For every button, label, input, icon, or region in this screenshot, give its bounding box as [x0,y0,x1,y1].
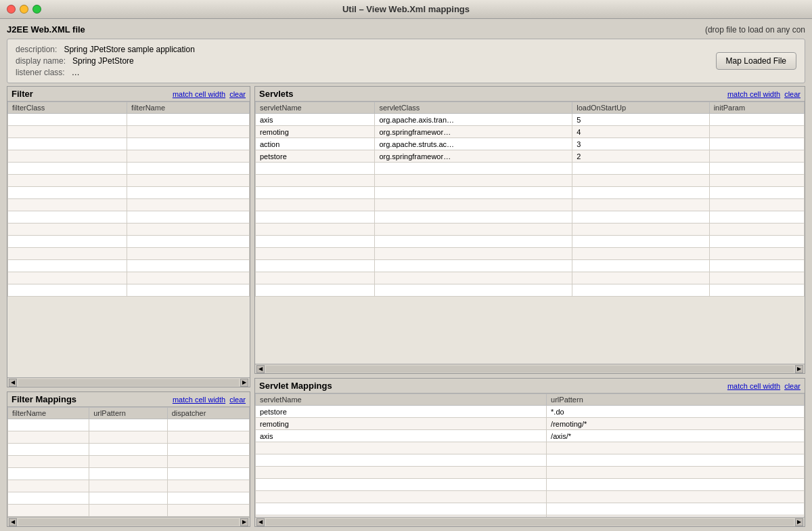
filter-scrollbar[interactable]: ◀ ▶ [7,377,250,387]
servlet-mappings-scrollbar[interactable]: ◀ ▶ [255,517,805,526]
maximize-button[interactable] [32,5,41,14]
table-row [8,211,250,224]
app-title: J2EE Web.XML file [7,24,85,35]
filter-mappings-scrollbar[interactable]: ◀ ▶ [7,517,250,526]
table-row [256,467,805,479]
display-name-row: display name: Spring JPetStore [16,56,195,66]
filter-mappings-panel-links: match cell width clear [173,396,246,404]
table-row [8,468,250,480]
servlets-header-row: servletName servletClass loadOnStartUp i… [256,102,805,114]
table-row [8,480,250,492]
table-row [256,199,805,211]
servlet-mappings-panel-title: Servlet Mappings [259,381,332,391]
filter-scroll-left[interactable]: ◀ [9,379,17,387]
minimize-button[interactable] [20,5,28,14]
filter-col-filterclass: filterClass [8,102,127,114]
servlet-mappings-panel: Servlet Mappings match cell width clear … [254,378,805,527]
sm-scroll-left[interactable]: ◀ [256,518,265,526]
filter-mappings-panel-title: Filter Mappings [12,394,76,404]
servlets-match-link[interactable]: match cell width [727,90,780,98]
filter-scroll-track[interactable] [18,379,239,386]
file-info-details: description: Spring JPetStore sample app… [16,45,195,77]
servlet-mappings-panel-links: match cell width clear [727,382,800,390]
servlet-mappings-table-container: servletName urlPattern petstore*.doremot… [255,394,805,517]
table-row [8,150,250,163]
table-row [8,199,250,211]
app-header: J2EE Web.XML file (drop file to load on … [7,23,805,36]
table-row [8,175,250,187]
table-row [8,272,250,284]
table-row [256,454,805,467]
table-row [8,505,250,517]
servlets-panel-links: match cell width clear [727,90,800,98]
srv-col-name: servletName [256,102,375,114]
filter-panel-links: match cell width clear [173,90,246,98]
filter-tbody [8,114,250,297]
table-row [256,211,805,224]
window-controls[interactable] [7,5,41,14]
srv-col-loadonstartup: loadOnStartUp [572,102,709,114]
fm-col-filtername: filterName [8,408,89,419]
table-row [256,224,805,236]
fm-scroll-left[interactable]: ◀ [9,518,17,526]
title-bar: Util – View Web.Xml mappings [0,0,812,19]
table-row [8,248,250,260]
display-name-value: Spring JPetStore [72,56,134,66]
listener-label: listener class: [16,68,65,77]
table-row [8,456,250,468]
map-loaded-file-button[interactable]: Map Loaded File [716,52,796,70]
table-row [256,491,805,503]
app-content: J2EE Web.XML file (drop file to load on … [0,19,812,531]
srv-scroll-track[interactable] [266,366,794,373]
table-row: petstore*.do [256,406,805,418]
table-row [8,284,250,297]
sm-scroll-right[interactable]: ▶ [795,518,803,526]
filter-mappings-match-link[interactable]: match cell width [173,396,225,404]
filter-table: filterClass filterName [7,102,250,297]
fm-scroll-track[interactable] [18,519,239,526]
servlet-mappings-match-link[interactable]: match cell width [727,382,780,390]
filter-table-container: filterClass filterName [7,102,250,377]
servlets-clear-link[interactable]: clear [784,90,800,98]
filter-clear-link[interactable]: clear [229,90,246,98]
filter-header-row: filterClass filterName [8,102,250,114]
table-row: axisorg.apache.axis.tran…5 [256,114,805,126]
servlet-mappings-clear-link[interactable]: clear [784,382,800,390]
filter-scroll-right[interactable]: ▶ [240,379,248,387]
filter-mappings-table: filterName urlPattern dispatcher [7,407,250,517]
table-row [256,236,805,248]
table-row [256,442,805,454]
sm-scroll-track[interactable] [266,519,794,526]
filter-mappings-clear-link[interactable]: clear [229,396,246,404]
filter-mappings-tbody [8,419,250,517]
listener-value: … [72,68,80,77]
close-button[interactable] [7,5,16,14]
servlets-scrollbar[interactable]: ◀ ▶ [255,364,805,373]
table-row [8,163,250,175]
listener-row: listener class: … [16,68,195,77]
servlets-table: servletName servletClass loadOnStartUp i… [255,102,805,297]
filter-panel: Filter match cell width clear filterClas… [7,86,250,387]
right-panels: Servlets match cell width clear servletN… [254,86,805,527]
file-info-box: description: Spring JPetStore sample app… [7,39,805,83]
table-row [8,187,250,199]
srv-scroll-right[interactable]: ▶ [795,365,803,373]
table-row [256,175,805,187]
srv-scroll-left[interactable]: ◀ [256,365,265,373]
drop-hint: (drop file to load on any con [705,25,805,35]
table-row [256,284,805,297]
table-row [8,114,250,126]
table-row [256,479,805,491]
filter-mappings-panel: Filter Mappings match cell width clear f… [7,391,250,527]
servlet-mappings-table: servletName urlPattern petstore*.doremot… [255,394,805,517]
table-row [8,444,250,456]
window-title: Util – View Web.Xml mappings [342,4,470,14]
servlet-mappings-header-row: servletName urlPattern [256,394,805,406]
filter-col-filtername: filterName [127,102,249,114]
table-row [256,272,805,284]
filter-panel-header: Filter match cell width clear [7,87,250,102]
fm-col-urlpattern: urlPattern [89,408,168,419]
table-row [8,126,250,138]
fm-scroll-right[interactable]: ▶ [240,518,248,526]
filter-match-cell-width-link[interactable]: match cell width [173,90,225,98]
